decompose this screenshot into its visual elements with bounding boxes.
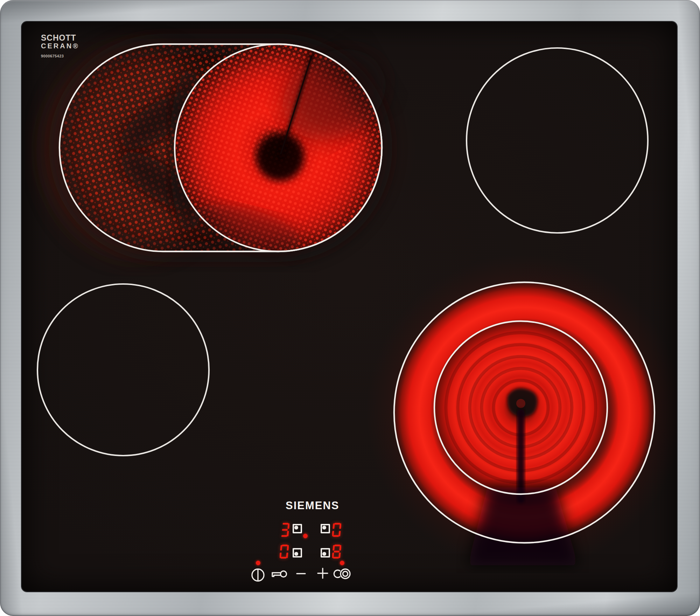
red-dot-rear-left [303,534,308,538]
dual-zone-indicator-dot [340,561,344,565]
power-button[interactable] [250,567,266,583]
burner-rear-left [24,22,416,274]
zone-indicator-square-rear-left [293,524,302,533]
plus-button[interactable] [317,567,329,580]
power-indicator-dot [256,561,260,565]
zone-indicator-square-rear-right [321,524,330,533]
model-number: 9000675423 [41,54,79,58]
display-rear-left [280,523,289,537]
dual-zone-icon [333,566,352,581]
display-rear-right [332,523,341,537]
minus-icon [296,568,306,579]
minus-button[interactable] [296,568,306,579]
burner-front-right [366,254,682,571]
cooktop-photo: SCHOTT CERAN® 9000675423 SIEMENS [0,0,700,616]
child-lock-button[interactable] [270,567,288,581]
dual-zone-button[interactable] [333,566,352,581]
schott-ceran-logo: SCHOTT CERAN® 9000675423 [41,34,79,58]
power-icon [250,567,266,583]
zone-indicator-square-front-right [321,548,330,558]
ceran-text: CERAN® [41,42,79,50]
siemens-logo: SIEMENS [286,499,340,512]
plus-icon [317,567,329,580]
display-front-left [280,545,289,559]
burner-graphics [0,0,700,616]
burner-rear-right [467,48,648,233]
burner-front-left [37,284,209,456]
schott-text: SCHOTT [41,34,79,42]
zone-indicator-square-front-left [293,548,302,558]
display-front-right [332,545,341,559]
key-icon [270,567,288,581]
